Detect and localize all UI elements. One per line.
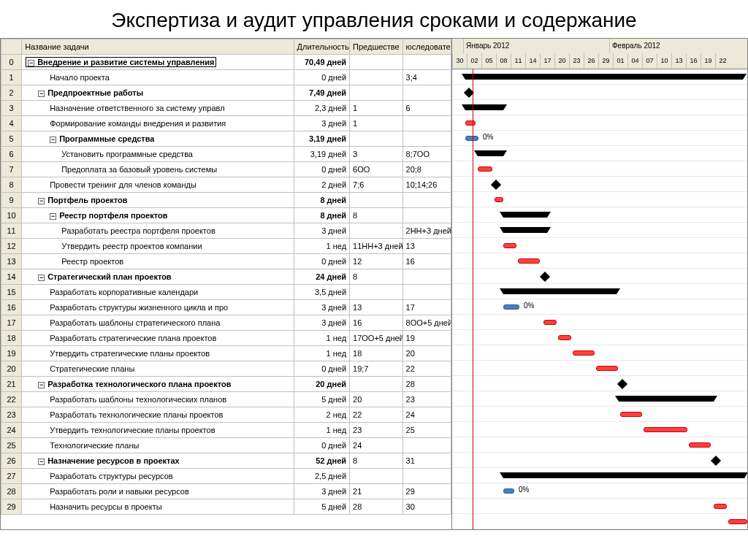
summary-bar[interactable] [503,288,617,294]
duration-cell[interactable]: 3,19 дней [294,131,349,147]
succ-cell[interactable]: 3;4 [402,70,451,85]
succ-cell[interactable] [402,285,451,300]
task-row[interactable]: 7Предоплата за базовый уровень системы0 … [1,162,451,177]
task-bar[interactable] [465,136,478,141]
critical-bar[interactable] [573,350,595,356]
duration-cell[interactable]: 20 дней [294,377,349,392]
task-row[interactable]: 24Утвердить технологические планы проект… [1,423,451,438]
pred-cell[interactable]: 1 [350,101,402,116]
succ-cell[interactable]: 17 [402,300,451,315]
succ-cell[interactable] [402,85,451,101]
col-name[interactable]: Название задачи [22,39,294,55]
succ-cell[interactable] [402,131,451,147]
task-row[interactable]: 20Стратегические планы0 дней19;722 [1,361,451,377]
duration-cell[interactable]: 70,49 дней [294,55,349,70]
pred-cell[interactable]: 8 [350,269,402,285]
pred-cell[interactable]: 19;7 [350,361,402,377]
succ-cell[interactable]: 24 [402,407,451,423]
succ-cell[interactable]: 25 [402,423,451,438]
pred-cell[interactable]: 13 [350,300,402,315]
duration-cell[interactable]: 8 дней [294,208,349,223]
succ-cell[interactable]: 10;14;26 [402,177,451,193]
pred-cell[interactable] [350,193,402,208]
col-pred[interactable]: Предшестве [350,39,402,55]
succ-cell[interactable] [402,269,451,285]
critical-bar[interactable] [689,442,711,448]
task-row[interactable]: 25Технологические планы0 дней24 [1,438,451,453]
collapse-icon[interactable]: − [50,137,56,143]
collapse-icon[interactable]: − [28,60,34,66]
duration-cell[interactable]: 3 дней [294,484,349,499]
pred-cell[interactable] [350,377,402,392]
duration-cell[interactable]: 1 нед [294,346,349,361]
succ-cell[interactable]: 31 [402,453,451,469]
milestone-icon[interactable] [540,272,550,282]
succ-cell[interactable] [402,116,451,131]
pred-cell[interactable]: 16 [350,315,402,331]
pred-cell[interactable] [350,55,402,70]
collapse-icon[interactable]: − [38,275,45,281]
task-row[interactable]: 5−Программные средства3,19 дней [1,131,451,147]
succ-cell[interactable]: 6 [402,101,451,116]
succ-cell[interactable] [402,438,451,453]
task-row[interactable]: 14−Стратегический план проектов24 дней8 [1,269,451,285]
milestone-icon[interactable] [711,456,721,466]
summary-bar[interactable] [503,212,547,218]
critical-bar[interactable] [644,427,687,432]
succ-cell[interactable] [402,193,451,208]
task-row[interactable]: 15Разработать корпоративные календари3,5… [1,285,451,300]
task-row[interactable]: 6Установить программные средства3,19 дне… [1,147,451,162]
task-row[interactable]: 2−Предпроектные работы7,49 дней [1,85,451,101]
duration-cell[interactable]: 1 нед [294,423,349,438]
col-id[interactable] [1,39,22,55]
task-row[interactable]: 21−Разработка технологического плана про… [1,377,451,392]
pred-cell[interactable] [350,70,402,85]
succ-cell[interactable]: 20 [402,346,451,361]
task-row[interactable]: 8Провести тренинг для членов команды2 дн… [1,177,451,193]
summary-bar[interactable] [503,472,744,478]
duration-cell[interactable]: 24 дней [294,269,349,285]
succ-cell[interactable]: 30 [402,499,451,515]
duration-cell[interactable]: 0 дней [294,361,349,377]
collapse-icon[interactable]: − [38,198,45,204]
summary-bar[interactable] [619,396,714,402]
duration-cell[interactable]: 3,5 дней [294,285,349,300]
critical-bar[interactable] [518,258,540,264]
duration-cell[interactable]: 7,49 дней [294,85,349,101]
task-row[interactable]: 22Разработать шаблоны технологических пл… [1,392,451,407]
task-bar[interactable] [503,304,519,310]
succ-cell[interactable]: 2НН+3 дней [402,223,451,239]
succ-cell[interactable]: 22 [402,361,451,377]
pred-cell[interactable]: 21 [350,484,402,499]
summary-bar[interactable] [478,150,503,156]
task-row[interactable]: 0−Внедрение и развитие системы управлени… [1,55,451,70]
duration-cell[interactable]: 5 дней [294,499,349,515]
pred-cell[interactable]: 11НН+3 дней [350,239,402,254]
task-row[interactable]: 10−Реестр портфеля проектов8 дней8 [1,208,451,223]
pred-cell[interactable] [350,469,402,484]
task-bar[interactable] [503,488,514,494]
task-row[interactable]: 3Назначение ответственного за систему уп… [1,101,451,116]
duration-cell[interactable]: 52 дней [294,453,349,469]
critical-bar[interactable] [714,504,727,509]
duration-cell[interactable]: 2,3 дней [294,101,349,116]
pred-cell[interactable] [350,285,402,300]
task-row[interactable]: 27Разработать структуры ресурсов2,5 дней [1,469,451,484]
succ-cell[interactable]: 16 [402,254,451,269]
col-duration[interactable]: Длительность [294,39,349,55]
milestone-icon[interactable] [617,379,627,389]
collapse-icon[interactable]: − [38,91,45,97]
pred-cell[interactable] [350,131,402,147]
duration-cell[interactable]: 5 дней [294,392,349,407]
gantt-chart[interactable]: Январь 2012Февраль 201230020508111417202… [452,39,747,529]
task-row[interactable]: 12Утвердить реестр проектов компании1 не… [1,239,451,254]
succ-cell[interactable]: 20;8 [402,162,451,177]
summary-bar[interactable] [465,74,743,80]
succ-cell[interactable] [402,469,451,484]
critical-bar[interactable] [478,166,492,172]
succ-cell[interactable]: 29 [402,484,451,499]
task-row[interactable]: 4Формирование команды внедрения и развит… [1,116,451,131]
task-row[interactable]: 17Разработать шаблоны стратегического пл… [1,315,451,331]
critical-bar[interactable] [543,320,557,325]
collapse-icon[interactable]: − [38,382,45,388]
